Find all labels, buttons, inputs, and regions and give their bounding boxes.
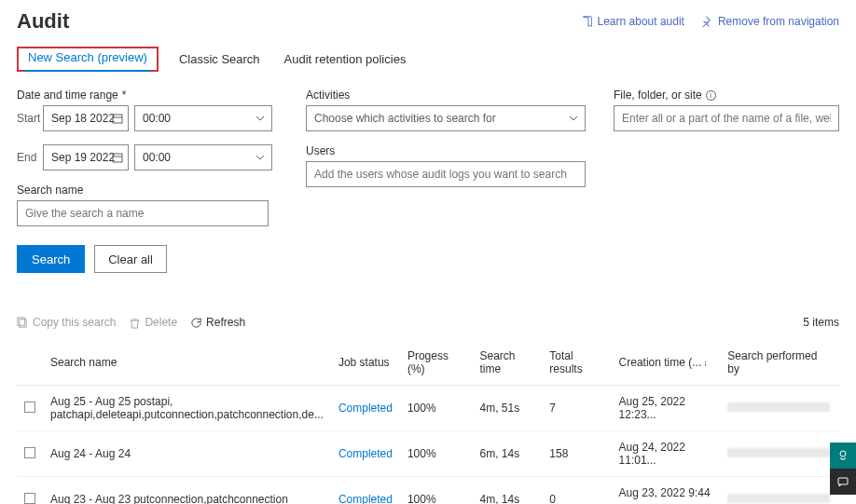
row-checkbox[interactable] xyxy=(24,447,35,458)
file-label: File, folder, or site i xyxy=(614,89,839,102)
trash-icon xyxy=(129,317,141,329)
cell-creation: Aug 25, 2022 12:23... xyxy=(612,386,721,431)
sort-down-icon: ↓ xyxy=(703,358,708,368)
refresh-icon xyxy=(190,317,202,329)
item-count: 5 items xyxy=(803,316,839,329)
row-checkbox[interactable] xyxy=(24,493,35,504)
search-name-input[interactable] xyxy=(17,200,269,226)
info-icon[interactable]: i xyxy=(706,90,716,101)
page-title: Audit xyxy=(17,9,69,34)
cell-performer xyxy=(720,431,839,477)
table-row[interactable]: Aug 25 - Aug 25 postapi, patchapi,delete… xyxy=(17,386,839,431)
tab-new-search[interactable]: New Search (preview) xyxy=(24,45,151,72)
copy-icon xyxy=(17,317,29,329)
clear-button[interactable]: Clear all xyxy=(94,245,167,273)
cell-creation: Aug 23, 2022 9:44 ... xyxy=(612,477,721,505)
cell-results: 0 xyxy=(542,477,611,505)
col-time[interactable]: Search time xyxy=(473,340,543,386)
date-range-label: Date and time range xyxy=(17,89,278,102)
search-button[interactable]: Search xyxy=(17,245,85,273)
end-label: End xyxy=(17,151,37,164)
learn-link-label: Learn about audit xyxy=(598,15,684,28)
cell-time: 4m, 51s xyxy=(473,386,543,431)
book-icon xyxy=(581,15,594,28)
cell-time: 6m, 14s xyxy=(473,431,543,477)
svg-rect-5 xyxy=(838,478,848,484)
col-creation[interactable]: Creation time (...↓ xyxy=(612,340,721,386)
unpin-icon xyxy=(701,15,714,28)
cell-time: 4m, 14s xyxy=(473,477,543,505)
users-input[interactable] xyxy=(306,161,586,187)
copy-search: Copy this search xyxy=(17,316,116,329)
end-date-input[interactable] xyxy=(43,144,129,170)
results-table: Search name Job status Progess (%) Searc… xyxy=(17,340,839,504)
start-date-input[interactable] xyxy=(43,105,129,131)
cell-status[interactable]: Completed xyxy=(338,447,393,460)
cell-progress: 100% xyxy=(400,477,473,505)
cell-status[interactable]: Completed xyxy=(338,493,393,504)
search-name-label: Search name xyxy=(17,184,278,197)
col-progress[interactable]: Progess (%) xyxy=(400,340,473,386)
svg-rect-3 xyxy=(18,317,24,324)
learn-link[interactable]: Learn about audit xyxy=(581,15,684,28)
svg-rect-2 xyxy=(20,319,26,326)
cell-progress: 100% xyxy=(400,431,473,477)
start-label: Start xyxy=(17,112,37,125)
tab-classic-search[interactable]: Classic Search xyxy=(175,47,264,72)
activities-select[interactable]: Choose which activities to search for xyxy=(306,105,586,131)
remove-nav-label: Remove from navigation xyxy=(718,15,839,28)
col-results[interactable]: Total results xyxy=(542,340,611,386)
cell-progress: 100% xyxy=(400,386,473,431)
table-row[interactable]: Aug 23 - Aug 23 putconnection,patchconne… xyxy=(17,477,839,505)
col-performer[interactable]: Search performed by xyxy=(720,340,839,386)
start-time-select[interactable]: 00:00 xyxy=(134,105,272,131)
cell-name: Aug 24 - Aug 24 xyxy=(43,431,331,477)
cell-name: Aug 25 - Aug 25 postapi, patchapi,delete… xyxy=(43,386,331,431)
col-status[interactable]: Job status xyxy=(331,340,400,386)
cell-name: Aug 23 - Aug 23 putconnection,patchconne… xyxy=(43,477,331,505)
tab-retention[interactable]: Audit retention policies xyxy=(281,47,410,72)
activities-placeholder: Choose which activities to search for xyxy=(314,112,496,125)
cell-results: 7 xyxy=(542,386,611,431)
tab-bar: New Search (preview) Classic Search Audi… xyxy=(17,47,839,72)
end-time-select[interactable]: 00:00 xyxy=(134,144,272,170)
col-name[interactable]: Search name xyxy=(43,340,331,386)
cell-performer xyxy=(720,386,839,431)
users-label: Users xyxy=(306,144,586,157)
remove-nav-link[interactable]: Remove from navigation xyxy=(701,15,839,28)
activities-label: Activities xyxy=(306,89,586,102)
cell-results: 158 xyxy=(542,431,611,477)
feedback-tab[interactable] xyxy=(830,443,856,469)
chat-icon xyxy=(836,475,849,488)
highlight-box: New Search (preview) xyxy=(17,47,159,72)
table-row[interactable]: Aug 24 - Aug 24 Completed 100% 6m, 14s 1… xyxy=(17,431,839,477)
cell-status[interactable]: Completed xyxy=(338,402,393,415)
chat-tab[interactable] xyxy=(830,469,856,495)
svg-point-4 xyxy=(840,451,846,456)
row-checkbox[interactable] xyxy=(24,402,35,413)
lightbulb-icon xyxy=(836,449,849,462)
file-input[interactable] xyxy=(614,105,839,131)
refresh[interactable]: Refresh xyxy=(190,316,245,329)
cell-performer xyxy=(720,477,839,505)
cell-creation: Aug 24, 2022 11:01... xyxy=(612,431,721,477)
delete-search: Delete xyxy=(129,316,177,329)
